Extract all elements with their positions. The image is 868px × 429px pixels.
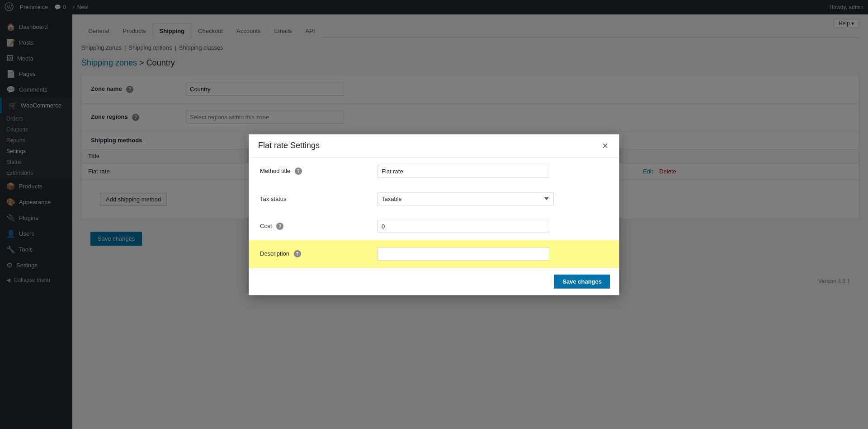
flat-rate-modal: Flat rate Settings × Method title ? [249, 134, 619, 295]
method-title-help-icon[interactable]: ? [295, 168, 302, 175]
description-input[interactable] [377, 247, 549, 261]
method-title-td [367, 158, 619, 185]
description-label: Description ? [249, 240, 367, 268]
method-title-label: Method title ? [249, 158, 367, 185]
modal-header: Flat rate Settings × [249, 135, 619, 158]
cost-label: Cost ? [249, 213, 367, 240]
tax-status-td: Taxable None [367, 185, 619, 213]
cost-input[interactable] [377, 220, 549, 233]
tax-status-label: Tax status [249, 185, 367, 213]
cost-help-icon[interactable]: ? [276, 223, 283, 230]
modal-close-btn[interactable]: × [600, 141, 610, 151]
modal-save-btn[interactable]: Save changes [554, 275, 610, 289]
tax-status-select[interactable]: Taxable None [377, 192, 554, 205]
modal-footer: Save changes [249, 268, 619, 295]
description-td [367, 240, 619, 268]
modal-row-description: Description ? [249, 240, 619, 268]
cost-td [367, 213, 619, 240]
modal-body: Method title ? Tax status Taxable [249, 158, 619, 268]
modal-title: Flat rate Settings [258, 141, 320, 150]
modal-form-table: Method title ? Tax status Taxable [249, 158, 619, 268]
modal-overlay: Flat rate Settings × Method title ? [0, 0, 868, 429]
method-title-input[interactable] [377, 165, 549, 178]
modal-row-tax-status: Tax status Taxable None [249, 185, 619, 213]
modal-row-cost: Cost ? [249, 213, 619, 240]
description-help-icon[interactable]: ? [294, 250, 301, 257]
modal-row-method-title: Method title ? [249, 158, 619, 185]
